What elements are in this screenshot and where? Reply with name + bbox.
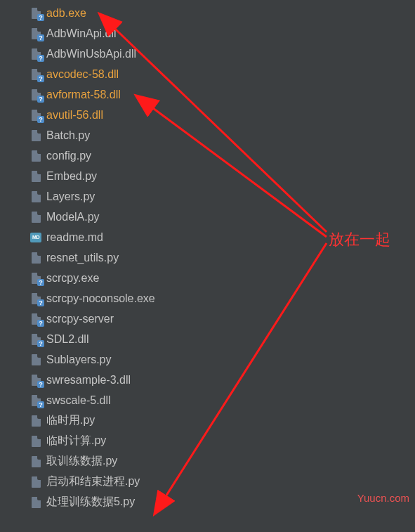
file-item[interactable]: config.py xyxy=(29,145,415,166)
python-file-icon xyxy=(29,435,42,448)
file-item[interactable]: ?scrcpy-noconsole.exe xyxy=(29,288,415,309)
python-file-icon xyxy=(29,252,42,264)
markdown-file-icon xyxy=(29,231,42,244)
python-file-icon xyxy=(29,496,42,509)
file-name-label: adb.exe xyxy=(46,7,86,20)
file-name-label: swresample-3.dll xyxy=(46,374,131,387)
file-item[interactable]: ?adb.exe xyxy=(29,3,415,23)
file-item[interactable]: ?SDL2.dll xyxy=(29,329,415,349)
file-item[interactable]: ?avcodec-58.dll xyxy=(29,64,415,84)
python-file-icon xyxy=(29,455,42,468)
file-item[interactable]: Embed.py xyxy=(29,166,415,186)
generic-file-icon: ? xyxy=(29,313,42,325)
python-file-icon xyxy=(29,129,42,142)
file-name-label: readme.md xyxy=(46,231,103,244)
annotation-label: 放在一起 xyxy=(329,229,390,250)
file-name-label: scrcpy.exe xyxy=(46,272,99,285)
file-name-label: 临时计算.py xyxy=(46,434,106,448)
python-file-icon xyxy=(29,211,42,223)
file-name-label: scrcpy-noconsole.exe xyxy=(46,292,155,305)
file-item[interactable]: 临时用.py xyxy=(29,410,415,431)
file-item[interactable]: resnet_utils.py xyxy=(29,247,415,268)
generic-file-icon: ? xyxy=(29,7,42,20)
generic-file-icon: ? xyxy=(29,89,42,101)
file-item[interactable]: Batch.py xyxy=(29,125,415,145)
file-item[interactable]: 取训练数据.py xyxy=(29,451,415,472)
generic-file-icon: ? xyxy=(29,68,42,81)
python-file-icon xyxy=(29,190,42,203)
generic-file-icon: ? xyxy=(29,272,42,285)
file-name-label: config.py xyxy=(46,150,91,162)
python-file-icon xyxy=(29,170,42,183)
generic-file-icon: ? xyxy=(29,27,42,40)
generic-file-icon: ? xyxy=(29,333,42,346)
file-item[interactable]: ?swresample-3.dll xyxy=(29,370,415,390)
file-name-label: Sublayers.py xyxy=(46,353,112,366)
file-item[interactable]: ?scrcpy-server xyxy=(29,309,415,329)
python-file-icon xyxy=(29,476,42,488)
file-name-label: SDL2.dll xyxy=(46,333,88,346)
file-name-label: resnet_utils.py xyxy=(46,252,119,264)
file-item[interactable]: 临时计算.py xyxy=(29,431,415,451)
generic-file-icon: ? xyxy=(29,394,42,407)
file-item[interactable]: ?avutil-56.dll xyxy=(29,105,415,125)
file-name-label: avutil-56.dll xyxy=(46,109,103,122)
file-name-label: AdbWinApi.dll xyxy=(46,27,117,40)
file-item[interactable]: Sublayers.py xyxy=(29,349,415,370)
file-item[interactable]: ?avformat-58.dll xyxy=(29,84,415,105)
watermark: Yuucn.com xyxy=(357,492,409,504)
python-file-icon xyxy=(29,415,42,427)
file-name-label: avcodec-58.dll xyxy=(46,68,119,81)
generic-file-icon: ? xyxy=(29,48,42,60)
file-item[interactable]: ?AdbWinApi.dll xyxy=(29,23,415,44)
file-name-label: 启动和结束进程.py xyxy=(46,474,140,489)
file-name-label: 取训练数据.py xyxy=(46,454,117,469)
file-name-label: Batch.py xyxy=(46,129,90,142)
generic-file-icon: ? xyxy=(29,109,42,122)
file-item[interactable]: ?AdbWinUsbApi.dll xyxy=(29,44,415,64)
file-name-label: avformat-58.dll xyxy=(46,89,121,101)
python-file-icon xyxy=(29,353,42,366)
file-tree: ?adb.exe?AdbWinApi.dll?AdbWinUsbApi.dll?… xyxy=(0,0,415,512)
file-name-label: Embed.py xyxy=(46,170,97,183)
python-file-icon xyxy=(29,150,42,162)
file-name-label: ModelA.py xyxy=(46,211,100,223)
file-name-label: AdbWinUsbApi.dll xyxy=(46,48,136,60)
file-name-label: swscale-5.dll xyxy=(46,394,111,407)
file-item[interactable]: ModelA.py xyxy=(29,207,415,227)
file-item[interactable]: Layers.py xyxy=(29,186,415,207)
file-name-label: 处理训练数据5.py xyxy=(46,495,135,510)
file-name-label: scrcpy-server xyxy=(46,313,114,325)
file-name-label: 临时用.py xyxy=(46,413,95,428)
file-item[interactable]: ?scrcpy.exe xyxy=(29,268,415,288)
file-item[interactable]: 启动和结束进程.py xyxy=(29,472,415,492)
file-item[interactable]: ?swscale-5.dll xyxy=(29,390,415,410)
generic-file-icon: ? xyxy=(29,374,42,387)
generic-file-icon: ? xyxy=(29,292,42,305)
file-name-label: Layers.py xyxy=(46,190,95,203)
